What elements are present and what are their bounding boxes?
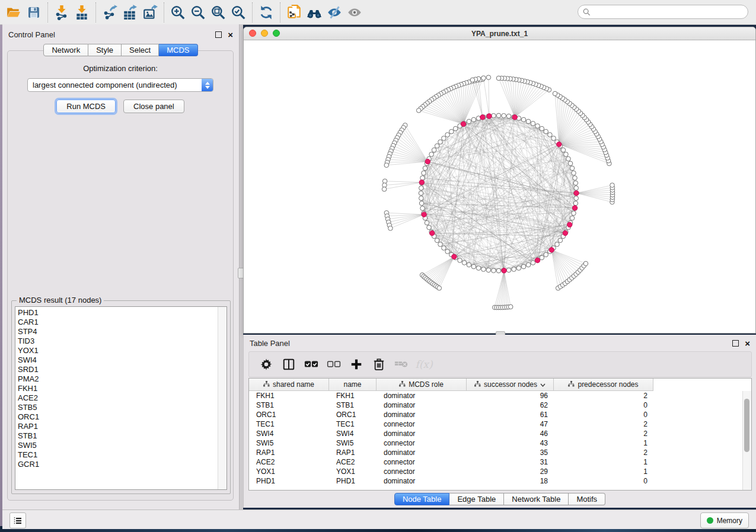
run-mcds-button[interactable]: Run MCDS bbox=[56, 100, 116, 113]
close-panel-icon[interactable]: × bbox=[228, 32, 233, 37]
column-header-predecessor-nodes[interactable]: predecessor nodes bbox=[554, 379, 653, 391]
zoom-selected-icon[interactable] bbox=[228, 3, 248, 22]
import-table-icon[interactable] bbox=[72, 3, 92, 22]
clone-network-icon[interactable] bbox=[284, 3, 304, 22]
graph-node[interactable] bbox=[486, 268, 491, 273]
search-input[interactable] bbox=[591, 7, 743, 17]
graph-node[interactable] bbox=[558, 238, 563, 243]
graph-node[interactable] bbox=[481, 267, 486, 272]
graph-node[interactable] bbox=[476, 266, 481, 271]
graph-node[interactable] bbox=[564, 152, 569, 157]
graph-node[interactable] bbox=[566, 156, 571, 161]
graph-node[interactable] bbox=[570, 166, 575, 171]
table-row[interactable]: TEC1TEC1connector472 bbox=[249, 419, 743, 429]
graph-node[interactable] bbox=[435, 144, 439, 149]
mcds-result-item[interactable]: SWI5 bbox=[18, 441, 217, 450]
mcds-result-item[interactable]: TEC1 bbox=[18, 450, 217, 460]
graph-node[interactable] bbox=[544, 129, 548, 134]
column-header-shared-name[interactable]: shared name bbox=[249, 379, 329, 391]
graph-node[interactable] bbox=[540, 126, 544, 131]
graph-node[interactable] bbox=[445, 249, 450, 254]
table-row[interactable]: PHD1PHD1dominator180 bbox=[249, 476, 743, 486]
mcds-result-item[interactable]: PHD1 bbox=[18, 308, 217, 318]
maximize-window-icon[interactable] bbox=[273, 30, 280, 37]
graph-node[interactable] bbox=[555, 242, 560, 247]
graph-node[interactable] bbox=[506, 114, 511, 118]
graph-node[interactable] bbox=[551, 136, 556, 141]
graph-hub-node[interactable] bbox=[419, 180, 424, 185]
graph-node[interactable] bbox=[467, 262, 471, 267]
table-row[interactable]: FKH1FKH1dominator962 bbox=[249, 391, 743, 400]
graph-node[interactable] bbox=[540, 255, 544, 260]
graph-node[interactable] bbox=[512, 267, 516, 272]
graph-node[interactable] bbox=[419, 201, 424, 206]
graph-node[interactable] bbox=[422, 171, 426, 175]
show-columns-icon[interactable] bbox=[279, 354, 299, 374]
graph-node[interactable] bbox=[573, 176, 578, 181]
graph-node[interactable] bbox=[427, 225, 432, 230]
graph-node[interactable] bbox=[425, 220, 429, 225]
mcds-result-item[interactable]: SWI4 bbox=[18, 355, 217, 365]
graph-node[interactable] bbox=[496, 268, 501, 273]
tab-network[interactable]: Network bbox=[43, 44, 88, 56]
tab-mcds[interactable]: MCDS bbox=[159, 44, 197, 56]
graph-node[interactable] bbox=[506, 268, 511, 273]
zoom-out-icon[interactable] bbox=[188, 3, 208, 22]
search-box[interactable] bbox=[578, 5, 748, 19]
graph-node[interactable] bbox=[502, 114, 506, 118]
table-row[interactable]: ORC1ORC1dominator610 bbox=[249, 410, 743, 419]
graph-node[interactable] bbox=[516, 266, 521, 271]
column-header-successor-nodes[interactable]: successor nodes bbox=[467, 379, 554, 391]
graph-node[interactable] bbox=[544, 252, 548, 257]
graph-node[interactable] bbox=[521, 117, 526, 122]
graph-leaf-node[interactable] bbox=[486, 75, 491, 80]
tab-node-table[interactable]: Node Table bbox=[394, 493, 450, 505]
mcds-result-item[interactable]: STP4 bbox=[18, 327, 217, 336]
network-canvas[interactable] bbox=[244, 40, 755, 333]
graph-leaf-node[interactable] bbox=[388, 226, 393, 231]
graph-node[interactable] bbox=[420, 176, 425, 181]
graph-hub-node[interactable] bbox=[502, 268, 506, 273]
open-file-icon[interactable] bbox=[4, 3, 24, 22]
graph-hub-node[interactable] bbox=[512, 115, 517, 120]
graph-hub-node[interactable] bbox=[480, 115, 485, 120]
graph-hub-node[interactable] bbox=[557, 142, 562, 146]
panel-menu-button[interactable] bbox=[9, 512, 26, 528]
graph-node[interactable] bbox=[449, 129, 454, 134]
graph-node[interactable] bbox=[535, 124, 540, 129]
graph-leaf-node[interactable] bbox=[508, 305, 513, 309]
tab-network-table[interactable]: Network Table bbox=[504, 493, 569, 505]
criterion-dropdown[interactable]: largest connected component (undirected) bbox=[27, 78, 213, 92]
add-column-icon[interactable] bbox=[346, 354, 366, 374]
graph-node[interactable] bbox=[471, 264, 476, 269]
graph-node[interactable] bbox=[435, 238, 439, 243]
tab-edge-table[interactable]: Edge Table bbox=[449, 493, 504, 505]
mcds-result-item[interactable]: TID3 bbox=[18, 336, 217, 346]
close-panel-button[interactable]: Close panel bbox=[123, 100, 184, 113]
table-row[interactable]: STB1STB1dominator620 bbox=[249, 400, 743, 410]
result-list-scrollbar[interactable] bbox=[218, 307, 227, 489]
table-row[interactable]: ACE2ACE2connector311 bbox=[249, 457, 743, 467]
graph-node[interactable] bbox=[445, 133, 450, 137]
graph-node[interactable] bbox=[453, 126, 458, 131]
graph-node[interactable] bbox=[423, 166, 428, 171]
graph-leaf-node[interactable] bbox=[384, 163, 389, 168]
graph-node[interactable] bbox=[458, 258, 462, 263]
graph-hub-node[interactable] bbox=[549, 248, 554, 252]
graph-node[interactable] bbox=[471, 117, 476, 122]
graph-leaf-node[interactable] bbox=[610, 183, 615, 188]
graph-leaf-node[interactable] bbox=[583, 261, 588, 266]
graph-node[interactable] bbox=[570, 216, 575, 220]
export-network-icon[interactable] bbox=[100, 3, 120, 22]
graph-hub-node[interactable] bbox=[487, 114, 492, 118]
delete-columns-icon[interactable] bbox=[369, 354, 389, 374]
mcds-result-item[interactable]: GCR1 bbox=[18, 460, 217, 469]
mcds-result-item[interactable]: STB5 bbox=[18, 403, 217, 412]
graph-node[interactable] bbox=[462, 261, 467, 265]
graph-node[interactable] bbox=[496, 113, 501, 118]
graph-node[interactable] bbox=[429, 152, 434, 157]
tab-motifs[interactable]: Motifs bbox=[569, 493, 605, 505]
graph-hub-node[interactable] bbox=[572, 206, 577, 210]
minimize-window-icon[interactable] bbox=[261, 30, 268, 37]
graph-leaf-node[interactable] bbox=[437, 286, 442, 291]
